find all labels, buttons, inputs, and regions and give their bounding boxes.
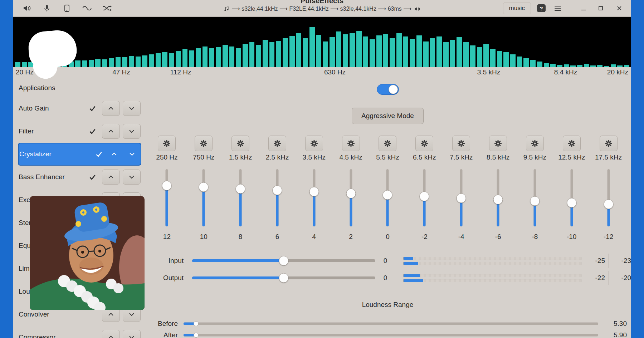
- sidebar-item-label: Convolver: [19, 310, 86, 318]
- band-intensity-slider[interactable]: [309, 169, 319, 226]
- spectrum-bar: [611, 64, 616, 67]
- enabled-check-icon[interactable]: [86, 175, 98, 180]
- sidebar-item[interactable]: Applications: [18, 79, 141, 97]
- band-settings-button[interactable]: [489, 136, 507, 151]
- spectrum-bars: [13, 17, 631, 67]
- band-settings-button[interactable]: [526, 136, 544, 151]
- app-menu-button[interactable]: [552, 3, 564, 14]
- slider-thumb[interactable]: [279, 256, 289, 266]
- close-button[interactable]: [613, 3, 625, 14]
- slider-thumb[interactable]: [199, 182, 209, 192]
- level-db-right: -23: [613, 257, 631, 265]
- move-down-button[interactable]: [123, 143, 141, 165]
- sidebar-item[interactable]: Bass Enhancer: [18, 166, 141, 188]
- spectrum-bar: [122, 57, 127, 67]
- gain-slider[interactable]: [192, 273, 375, 283]
- slider-thumb[interactable]: [604, 199, 613, 209]
- band-settings-button[interactable]: [563, 136, 581, 151]
- shuffle-icon[interactable]: [102, 3, 112, 14]
- sidebar-item[interactable]: Crystalizer: [18, 143, 141, 166]
- sidebar-item[interactable]: Filter: [18, 120, 141, 143]
- loudness-slider[interactable]: [184, 321, 598, 327]
- enabled-check-icon[interactable]: [93, 152, 105, 157]
- slider-thumb[interactable]: [420, 192, 429, 201]
- speaker-icon[interactable]: [21, 3, 32, 14]
- band-settings-button[interactable]: [195, 136, 213, 151]
- aggressive-mode-button[interactable]: Aggressive Mode: [352, 108, 424, 124]
- device-icon[interactable]: [62, 3, 72, 14]
- slider-thumb[interactable]: [236, 184, 245, 194]
- band-intensity-slider[interactable]: [419, 169, 429, 226]
- loudness-slider[interactable]: [184, 332, 598, 338]
- minimize-button[interactable]: [577, 3, 590, 14]
- band-intensity-value: 10: [200, 233, 208, 241]
- band-settings-button[interactable]: [379, 136, 396, 151]
- microphone-icon[interactable]: [42, 3, 52, 14]
- slider-fill: [192, 276, 284, 279]
- slider-thumb[interactable]: [383, 190, 392, 200]
- band-intensity-slider[interactable]: [530, 169, 540, 226]
- move-down-button[interactable]: [123, 330, 141, 338]
- move-up-button[interactable]: [105, 143, 123, 165]
- enabled-check-icon[interactable]: [86, 129, 98, 134]
- band-intensity-slider[interactable]: [346, 169, 356, 226]
- band-intensity-slider[interactable]: [162, 169, 172, 226]
- sidebar-item[interactable]: Auto Gain: [18, 97, 141, 120]
- band-settings-button[interactable]: [452, 136, 470, 151]
- gear-icon: [458, 140, 465, 147]
- enabled-check-icon[interactable]: [86, 106, 98, 111]
- band-intensity-slider[interactable]: [604, 169, 614, 226]
- gain-slider[interactable]: [192, 256, 375, 266]
- band-settings-button[interactable]: [158, 136, 176, 151]
- slider-thumb[interactable]: [567, 198, 576, 207]
- freq-label: 20 Hz: [16, 68, 34, 76]
- band-intensity-slider[interactable]: [382, 169, 392, 226]
- preset-menu-button[interactable]: music: [503, 2, 531, 14]
- band-intensity-slider[interactable]: [567, 169, 577, 226]
- band-settings-button[interactable]: [268, 136, 286, 151]
- slider-thumb[interactable]: [530, 196, 540, 206]
- slider-thumb[interactable]: [272, 186, 282, 195]
- slider-thumb[interactable]: [493, 195, 503, 204]
- spectrum-bar: [517, 57, 522, 67]
- spectrum-bar: [256, 45, 261, 67]
- gear-icon: [347, 140, 355, 147]
- slider-thumb[interactable]: [346, 188, 356, 198]
- sidebar-item-label: Auto Gain: [19, 104, 86, 112]
- move-down-button[interactable]: [123, 101, 141, 116]
- preset-help-button[interactable]: ?: [536, 3, 547, 14]
- spectrum-bar: [410, 39, 415, 67]
- band-intensity-slider[interactable]: [199, 169, 209, 226]
- slider-thumb[interactable]: [457, 193, 466, 203]
- move-down-button[interactable]: [123, 124, 141, 139]
- gear-icon: [568, 140, 575, 147]
- move-up-button[interactable]: [102, 124, 120, 139]
- band-intensity-slider[interactable]: [493, 169, 503, 226]
- wave-icon[interactable]: [82, 3, 92, 14]
- band-intensity-value: 0: [386, 233, 390, 241]
- band-settings-button[interactable]: [415, 136, 433, 151]
- crystalizer-band: 17.5 kHz -12: [590, 136, 627, 241]
- slider-thumb[interactable]: [279, 273, 289, 283]
- band-intensity-slider[interactable]: [272, 169, 282, 226]
- move-down-button[interactable]: [123, 170, 141, 185]
- move-up-button[interactable]: [102, 330, 120, 338]
- move-up-button[interactable]: [102, 101, 120, 116]
- slider-thumb[interactable]: [194, 321, 199, 326]
- titlebar-left-icons: [13, 3, 112, 14]
- slider-thumb[interactable]: [194, 333, 199, 338]
- band-settings-button[interactable]: [600, 136, 618, 151]
- sidebar-item[interactable]: Compressor: [18, 326, 141, 338]
- slider-thumb[interactable]: [309, 187, 319, 197]
- maximize-button[interactable]: [595, 3, 607, 14]
- plugin-enabled-toggle[interactable]: [377, 84, 399, 95]
- loudness-row-label: Before: [153, 320, 178, 328]
- band-settings-button[interactable]: [342, 136, 360, 151]
- band-intensity-slider[interactable]: [235, 169, 245, 226]
- move-up-button[interactable]: [102, 170, 120, 185]
- band-settings-button[interactable]: [231, 136, 249, 151]
- band-settings-button[interactable]: [305, 136, 323, 151]
- spectrum-bar: [490, 49, 496, 67]
- band-intensity-slider[interactable]: [456, 169, 466, 226]
- slider-thumb[interactable]: [162, 181, 172, 191]
